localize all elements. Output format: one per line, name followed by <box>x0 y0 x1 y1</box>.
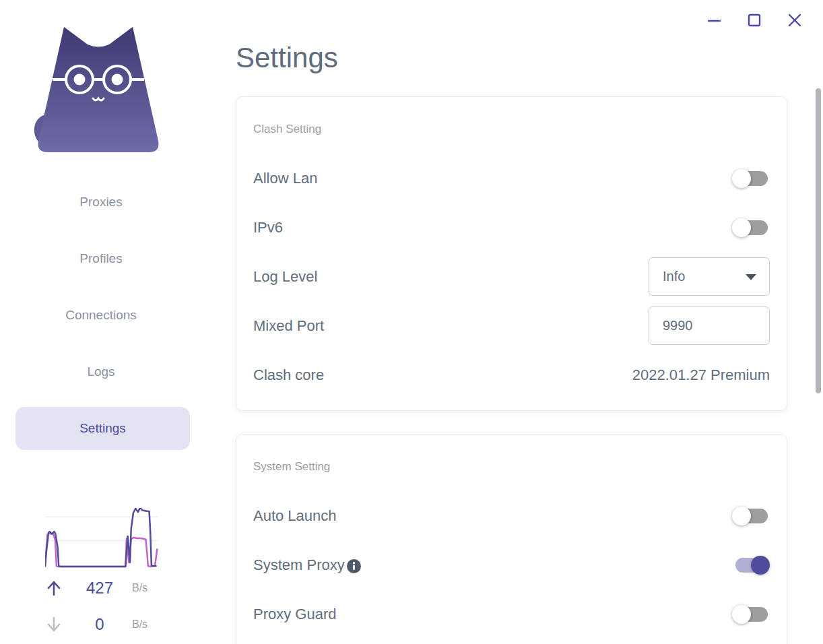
upload-speed-value: 427 <box>67 579 132 598</box>
download-arrow-icon <box>40 616 67 633</box>
system-setting-card: System Setting Auto LaunchSystem ProxyPr… <box>236 434 787 644</box>
info-icon[interactable] <box>347 559 361 573</box>
dropdown-caret-icon <box>746 274 756 280</box>
setting-row-clash-core: Clash core2022.01.27 Premium <box>253 350 770 399</box>
download-speed-row: 0 B/s <box>40 614 160 635</box>
sidebar-item-settings[interactable]: Settings <box>15 407 190 450</box>
setting-label: Clash core <box>253 366 324 384</box>
upload-speed-row: 427 B/s <box>40 578 160 598</box>
cat-body <box>38 27 159 152</box>
setting-row-log-level: Log LevelInfo <box>253 252 770 301</box>
download-speed-unit: B/s <box>132 618 160 631</box>
sidebar: ProxiesProfilesConnectionsLogsSettings 4… <box>0 0 202 644</box>
log-level-select[interactable]: Info <box>649 257 770 296</box>
close-button[interactable] <box>787 12 803 28</box>
setting-row-mixed-port: Mixed Port <box>253 301 770 350</box>
setting-label: Log Level <box>253 268 317 286</box>
setting-label: Auto Launch <box>253 507 337 525</box>
close-icon <box>787 12 803 28</box>
setting-label: IPv6 <box>253 219 283 236</box>
section-header: System Setting <box>253 460 330 474</box>
clash-core-value: 2022.01.27 Premium <box>632 366 770 384</box>
proxy-guard-toggle[interactable] <box>732 604 770 624</box>
minimize-button[interactable] <box>706 12 722 28</box>
download-line <box>45 533 157 567</box>
system-proxy-toggle[interactable] <box>732 555 770 575</box>
setting-label: Allow Lan <box>253 170 317 187</box>
page-title: Settings <box>236 42 338 74</box>
sidebar-item-logs[interactable]: Logs <box>0 360 202 383</box>
clash-cat-logo <box>31 18 159 152</box>
left-eye <box>74 74 86 86</box>
setting-row-allow-lan: Allow Lan <box>253 154 770 203</box>
sidebar-item-connections[interactable]: Connections <box>0 304 202 327</box>
section-header: Clash Setting <box>253 123 321 136</box>
setting-label: Mixed Port <box>253 317 324 335</box>
traffic-chart <box>45 508 158 570</box>
sidebar-item-proxies[interactable]: Proxies <box>0 191 202 214</box>
right-eye <box>112 74 123 86</box>
setting-label: Proxy Guard <box>253 606 337 623</box>
sidebar-item-profiles[interactable]: Profiles <box>0 247 202 270</box>
scrollbar-thumb[interactable] <box>816 88 821 393</box>
upload-arrow-icon <box>40 579 67 597</box>
auto-launch-toggle[interactable] <box>732 506 770 526</box>
setting-label: System Proxy <box>253 556 345 574</box>
upload-speed-unit: B/s <box>132 582 160 594</box>
mixed-port-input[interactable] <box>649 307 770 345</box>
download-speed-value: 0 <box>67 615 132 634</box>
setting-row-ipv6: IPv6 <box>253 203 770 252</box>
selected-value: Info <box>663 269 685 284</box>
maximize-icon <box>746 12 762 28</box>
clash-setting-card: Clash Setting Allow LanIPv6Log LevelInfo… <box>236 96 787 411</box>
setting-row-proxy-guard: Proxy Guard <box>253 589 770 639</box>
allow-lan-toggle[interactable] <box>732 168 770 189</box>
setting-row-auto-launch: Auto Launch <box>253 491 770 540</box>
minimize-icon <box>706 12 722 28</box>
setting-row-system-proxy: System Proxy <box>253 540 770 589</box>
maximize-button[interactable] <box>746 12 762 28</box>
ipv6-toggle[interactable] <box>732 218 770 238</box>
